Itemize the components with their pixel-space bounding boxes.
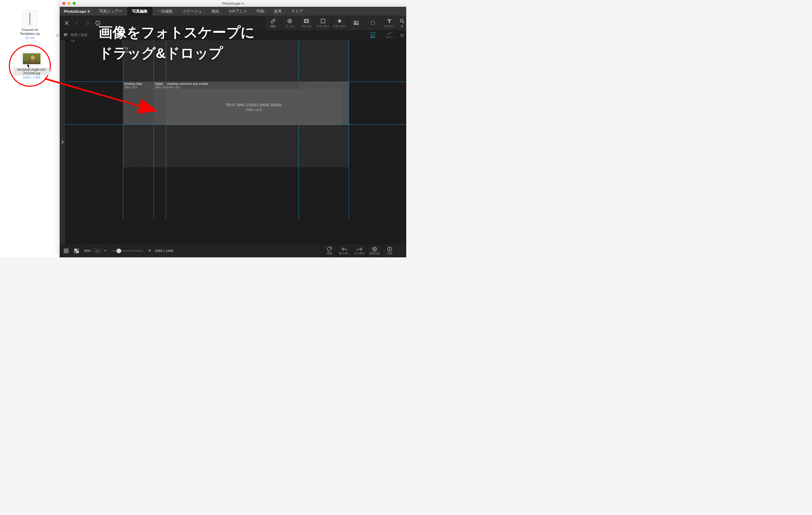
label-tv: TV2560 x — [124, 47, 132, 54]
tab-tools[interactable]: 道具 — [269, 7, 287, 16]
tool-edit[interactable]: 編集 — [265, 16, 281, 30]
nav-forward-button — [84, 20, 91, 26]
zoom-slider[interactable] — [112, 250, 143, 251]
merge-background-label[interactable]: 背景に合併 — [70, 33, 87, 37]
tab-batch[interactable]: 一括編集 — [152, 7, 178, 16]
svg-point-7 — [355, 22, 356, 23]
tab-collage[interactable]: コラージュ — [178, 7, 207, 16]
tool-insert[interactable]: ステッカー — [314, 16, 331, 30]
tool-image[interactable] — [348, 16, 364, 30]
editor-toolbar: 編集 フィル フレーム ステッカー ステッカーステッカー テキスト 拡 — [60, 16, 406, 31]
svg-rect-5 — [321, 19, 325, 23]
tool-frame[interactable]: フレーム — [298, 16, 314, 30]
tool-filter[interactable]: フィル — [281, 16, 298, 30]
tab-editor[interactable]: 写真編集 — [127, 7, 152, 16]
zoom-window-button[interactable] — [72, 2, 76, 5]
footer-revert[interactable]: 復帰 — [322, 244, 337, 258]
footer-compare[interactable]: 比較 — [382, 244, 397, 258]
mode-extra[interactable] — [398, 31, 406, 40]
nav-back-button — [74, 20, 80, 26]
svg-point-18 — [374, 248, 376, 250]
tab-print[interactable]: 印刷 — [252, 7, 269, 16]
svg-rect-11 — [65, 33, 67, 35]
image-thumbnail — [22, 52, 42, 65]
file-name: Channel Art Templates.zip — [12, 28, 48, 36]
primary-tabs: PhotoScape X 写真ビュアー 写真編集 一括編集 コラージュ 連結 G… — [60, 7, 406, 16]
finder-file-zip[interactable]: ZIP Channel Art Templates.zip 327 KB — [12, 10, 48, 39]
footer-redo[interactable]: やり直す — [352, 244, 367, 258]
label-tablet: Tablet1855 x 423 — [155, 82, 168, 89]
mode-line[interactable]: ライン — [381, 31, 398, 40]
zoom-in-button[interactable]: + — [148, 248, 151, 254]
file-meta: 3,892 × 2,595 — [13, 76, 50, 79]
zoom-out-button[interactable]: − — [104, 248, 107, 254]
editor-stage: PROVersion TV2560 x Desk — [60, 40, 406, 244]
tool-text[interactable]: テキスト — [381, 16, 398, 30]
footer-compare-original[interactable]: 原本比較 — [367, 244, 382, 258]
svg-point-13 — [401, 34, 403, 36]
file-name: european-eagle-owl-2010346.jpg — [13, 67, 50, 75]
svg-point-1 — [288, 19, 292, 23]
safe-area-dim: 1546 x 423 — [245, 108, 261, 112]
svg-point-9 — [400, 19, 403, 22]
tool-sticker[interactable]: ステッカーステッカー — [331, 16, 348, 30]
grid-toggle-button[interactable] — [62, 247, 70, 255]
window-title: PhotoScape X — [60, 2, 406, 5]
merge-background-icon[interactable] — [63, 32, 68, 38]
svg-point-17 — [373, 247, 377, 251]
finder-window: ZIP Channel Art Templates.zip 327 KB C e… — [0, 0, 60, 258]
zoom-value: 30% — [84, 249, 91, 253]
background-toggle-button[interactable] — [72, 247, 80, 255]
svg-rect-15 — [75, 249, 77, 251]
tool-sticker-label: ステッカー — [333, 24, 346, 28]
svg-point-8 — [371, 21, 375, 25]
photoscape-window: PhotoScape X PhotoScape X 写真ビュアー 写真編集 一括… — [60, 0, 406, 258]
pro-badge: PROVersion — [67, 40, 87, 52]
artboard[interactable]: TV2560 x Desktop Max2560 x 423 Tablet185… — [123, 40, 349, 167]
sidebar-expand-handle[interactable] — [60, 40, 65, 244]
info-button[interactable] — [94, 20, 101, 26]
svg-rect-4 — [305, 20, 308, 22]
canvas-viewport[interactable]: PROVersion TV2560 x Desk — [65, 40, 406, 244]
zip-icon: ZIP — [23, 10, 37, 26]
image-dimensions: 2560 x 1440 — [155, 249, 174, 253]
file-meta: 327 KB — [12, 36, 48, 39]
minimize-window-button[interactable] — [67, 2, 70, 5]
app-brand[interactable]: PhotoScape X — [60, 7, 94, 16]
secondary-toolbar: 背景に合併 選択 ライン — [60, 31, 406, 40]
tab-viewer[interactable]: 写真ビュアー — [94, 7, 127, 16]
tab-combine[interactable]: 連結 — [207, 7, 224, 16]
mode-select[interactable]: 選択 — [364, 31, 381, 40]
tab-gif[interactable]: GIFアニメ — [224, 7, 252, 16]
footer-extra[interactable] — [397, 244, 405, 258]
svg-rect-12 — [371, 32, 375, 34]
tool-shape[interactable] — [364, 16, 381, 30]
footer-undo[interactable]: 取り消し — [337, 244, 352, 258]
label-desktop-max: Desktop Max2560 x 423 — [124, 82, 142, 89]
annotation-circle: european-eagle-owl-2010346.jpg 3,892 × 2… — [9, 45, 51, 87]
tool-magnify[interactable]: 拡 — [398, 16, 406, 30]
close-button[interactable] — [63, 20, 70, 26]
window-titlebar[interactable]: PhotoScape X — [60, 0, 406, 7]
safe-area-label: TEXT AND LOGO SAFE AREA — [226, 103, 282, 107]
tab-store[interactable]: ストア — [287, 7, 308, 16]
truncated-file-label: C — [57, 34, 59, 37]
svg-point-2 — [289, 20, 291, 22]
label-desktop-min: Desktop minimum and mobile1546 x 423 — [167, 82, 208, 89]
safe-area: TEXT AND LOGO SAFE AREA 1546 x 423 — [166, 89, 341, 125]
zoom-actual-button[interactable]: 1:1 — [93, 248, 101, 253]
editor-footer: 30% 1:1 − + 2560 x 1440 復帰 取り消し やり直す 原本比… — [60, 244, 406, 258]
finder-file-image[interactable]: european-eagle-owl-2010346.jpg 3,892 × 2… — [13, 49, 50, 79]
svg-rect-16 — [77, 251, 78, 253]
traffic-lights — [62, 2, 76, 5]
close-window-button[interactable] — [62, 2, 65, 5]
